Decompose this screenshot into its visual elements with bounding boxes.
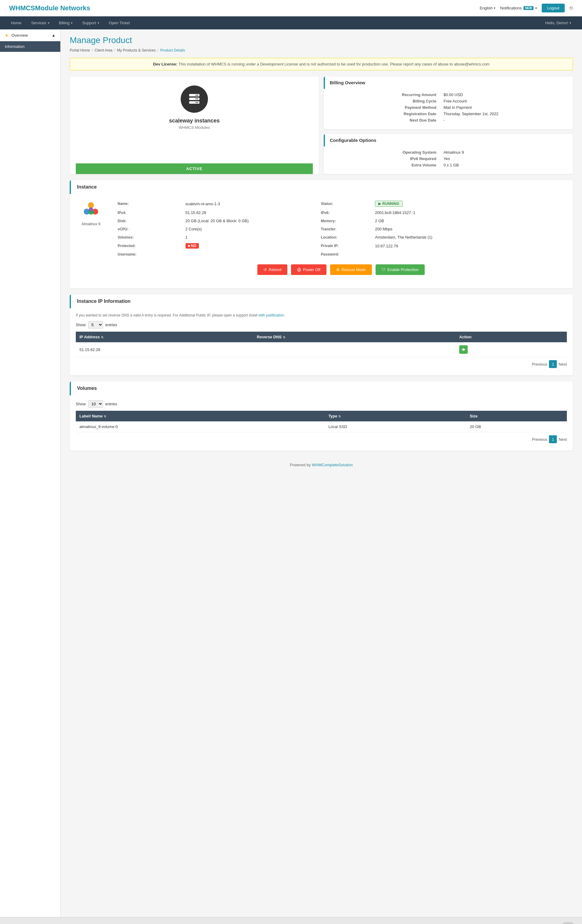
instance-disk-value: 20 GB (Local: 20 GB & Block: 0 GB)	[183, 217, 318, 225]
sidebar-collapse-icon: ▲	[51, 33, 56, 38]
scaleway-icon	[80, 199, 102, 220]
vol-type-cell: Local SSD	[325, 421, 466, 432]
svg-point-5	[196, 98, 197, 99]
instance-password-value	[373, 251, 567, 258]
sidebar-information[interactable]: Information	[0, 41, 60, 52]
notifications-label: Notifications	[500, 6, 522, 10]
ip-prev-button[interactable]: Previous	[532, 362, 547, 366]
notifications-button[interactable]: Notifications NEW ▾	[500, 6, 537, 10]
nav-support[interactable]: Support ▾	[77, 16, 104, 30]
product-card: scaleway instances WHMCS Modules ACTIVE	[70, 76, 319, 174]
instance-row-ipv4: IPv4: 51.15.62.28 IPv6: 2001:bc8:1864:15…	[115, 209, 567, 217]
product-name: scaleway instances	[169, 118, 219, 124]
sidebar-information-label: Information	[5, 44, 25, 49]
svg-point-13	[89, 207, 93, 211]
nav-home[interactable]: Home	[6, 16, 26, 30]
ip-next-button[interactable]: Next	[559, 362, 567, 366]
footer-link[interactable]: WHMCompleteSolution	[312, 463, 353, 467]
volumes-entries-label: entries	[106, 402, 117, 406]
dev-notice-text: This installation of WHMCS is running un…	[178, 62, 490, 66]
svg-point-7	[197, 102, 198, 103]
volumes-table-header-row: Label/ Name ⇅ Type ⇅ Size	[76, 411, 567, 421]
sidebar-overview[interactable]: ★ Overview ▲	[0, 30, 60, 41]
instance-row-volumes: Volumes: 1 Location: Amsterdam, The Neth…	[115, 233, 567, 241]
lang-chevron-icon: ▾	[494, 7, 495, 10]
billing-header: Billing Overview	[324, 76, 573, 89]
nav-open-ticket[interactable]: Open Ticket	[104, 16, 135, 30]
instance-row-name: Name: scalevm-nl-ams-1-3 Status: ▶ RUNNI…	[115, 199, 567, 209]
vol-col-size: Size	[466, 411, 567, 421]
notif-chevron-icon: ▾	[535, 7, 537, 10]
external-link-icon[interactable]: ⎋	[570, 5, 573, 11]
instance-section: Instance Almalinux 9	[70, 180, 573, 288]
breadcrumb-my-products[interactable]: My Products & Services	[117, 48, 155, 53]
brand-logo: WHMCSModule Networks	[9, 4, 90, 12]
billing-row-recurring: Recurring Amount $0.00 USD	[328, 92, 568, 97]
breadcrumb-client-area[interactable]: Client Area	[95, 48, 112, 53]
instance-section-header: Instance	[70, 180, 573, 194]
instance-memory-value: 2 GB	[373, 217, 567, 225]
top-bar: WHMCSModule Networks English ▾ Notificat…	[0, 0, 582, 16]
vol-size-cell: 20 GB	[466, 421, 567, 432]
breadcrumb: Portal Home / Client Area / My Products …	[70, 48, 573, 53]
billing-row-payment: Payment Method Mail In Payment	[328, 105, 568, 110]
breadcrumb-portal-home[interactable]: Portal Home	[70, 48, 90, 53]
ip-note: If you wanted to set reverse DNS a valid…	[76, 313, 567, 317]
svg-point-8	[196, 102, 197, 103]
instance-section-body: Almalinux 9 Name: scalevm-nl-ams-1-3 Sta…	[70, 194, 573, 288]
billing-panel: Billing Overview Recurring Amount $0.00 …	[324, 76, 573, 129]
volumes-table: Label/ Name ⇅ Type ⇅ Size almalinux_9:vo…	[76, 411, 567, 432]
ip-action-cell	[456, 342, 567, 357]
ip-address-cell: 51.15.62.28	[76, 342, 253, 357]
enable-protection-button[interactable]: 🛡 Enable Protection	[376, 264, 425, 275]
vol-prev-button[interactable]: Previous	[532, 437, 547, 442]
show-entries-select[interactable]: 5 10 25	[88, 321, 103, 328]
logout-button[interactable]: Logout	[542, 3, 565, 12]
reboot-icon: ↺	[264, 267, 267, 272]
vol-next-button[interactable]: Next	[559, 437, 567, 442]
top-right-actions: English ▾ Notifications NEW ▾ Logout ⎋	[480, 3, 573, 12]
instance-row-protected: Protected: ■ NO Private IP: 10.67.122.79	[115, 241, 567, 251]
volumes-show-select[interactable]: 10 25 50	[88, 400, 103, 408]
ip-table-row: 51.15.62.28	[76, 342, 567, 357]
support-chevron-icon: ▾	[97, 21, 99, 25]
nav-services[interactable]: Services ▾	[26, 16, 54, 30]
ip-pagination: Previous 1 Next	[76, 360, 567, 368]
ip-page-number: 1	[549, 360, 557, 368]
ip-table-header-row: IP Address ⇅ Reverse DNS ⇅ Action	[76, 332, 567, 342]
ip-col-address: IP Address ⇅	[76, 332, 253, 342]
poweroff-icon: ⏻	[297, 267, 301, 272]
action-buttons: ↺ Reboot ⏻ Power Off ⚙ Rescue Mode	[115, 264, 567, 275]
volumes-table-controls: Show 10 25 50 entries	[76, 400, 567, 408]
play-icon: ▶	[378, 201, 381, 206]
scroll-top-button[interactable]: ▲	[563, 922, 573, 924]
ip-section-body: If you wanted to set reverse DNS a valid…	[70, 308, 573, 375]
ip-action-button[interactable]	[459, 345, 468, 354]
billing-chevron-icon: ▾	[71, 21, 73, 25]
dev-notice: Dev License: This installation of WHMCS …	[70, 58, 573, 70]
poweroff-button[interactable]: ⏻ Power Off	[291, 264, 326, 275]
svg-point-1	[197, 94, 198, 96]
rescue-button[interactable]: ⚙ Rescue Mode	[330, 264, 372, 275]
reboot-button[interactable]: ↺ Reboot	[257, 264, 287, 275]
ip-col-dns: Reverse DNS ⇅	[253, 332, 456, 342]
volumes-section-body: Show 10 25 50 entries Label/ Name ⇅	[70, 395, 573, 450]
svg-point-9	[88, 202, 94, 208]
star-icon: ★	[5, 33, 8, 38]
config-row-os: Operating System Almalinux 9	[328, 150, 568, 155]
add-dns-icon	[462, 347, 466, 351]
instance-volumes-value: 1	[183, 233, 318, 241]
volumes-section-header: Volumes	[70, 381, 573, 395]
ip-table-controls: Show 5 10 25 entries	[76, 321, 567, 328]
product-status: ACTIVE	[76, 163, 313, 174]
language-selector[interactable]: English ▾	[480, 6, 495, 10]
billing-body: Recurring Amount $0.00 USD Billing Cycle…	[324, 89, 573, 129]
billing-row-cycle: Billing Cycle Free Account	[328, 99, 568, 103]
ip-note-link[interactable]: with justification.	[259, 313, 285, 317]
nav-user-menu[interactable]: Hello, Demo! ▾	[541, 16, 576, 30]
user-greeting: Hello, Demo!	[545, 21, 568, 25]
protected-no-badge: ■ NO	[186, 243, 199, 249]
nav-billing[interactable]: Billing ▾	[54, 16, 77, 30]
instance-details: Name: scalevm-nl-ams-1-3 Status: ▶ RUNNI…	[115, 199, 567, 275]
sort-icon: ⇅	[101, 336, 103, 339]
